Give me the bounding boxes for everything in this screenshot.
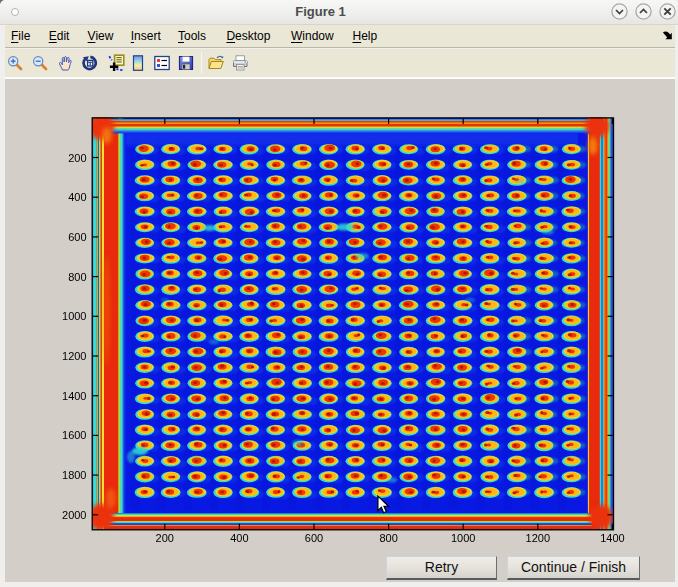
svg-text:200: 200 [156, 532, 174, 544]
svg-text:1600: 1600 [62, 429, 86, 441]
svg-text:200: 200 [68, 152, 86, 164]
svg-text:1400: 1400 [62, 390, 86, 402]
svg-text:2000: 2000 [62, 509, 86, 521]
svg-text:400: 400 [230, 532, 248, 544]
svg-text:600: 600 [68, 231, 86, 243]
svg-text:1800: 1800 [62, 469, 86, 481]
svg-text:1000: 1000 [451, 532, 475, 544]
svg-text:600: 600 [305, 532, 323, 544]
svg-text:400: 400 [68, 191, 86, 203]
svg-text:1000: 1000 [62, 310, 86, 322]
svg-text:1200: 1200 [526, 532, 550, 544]
svg-text:1400: 1400 [600, 532, 624, 544]
svg-text:1200: 1200 [62, 350, 86, 362]
svg-text:800: 800 [379, 532, 397, 544]
svg-text:800: 800 [68, 271, 86, 283]
